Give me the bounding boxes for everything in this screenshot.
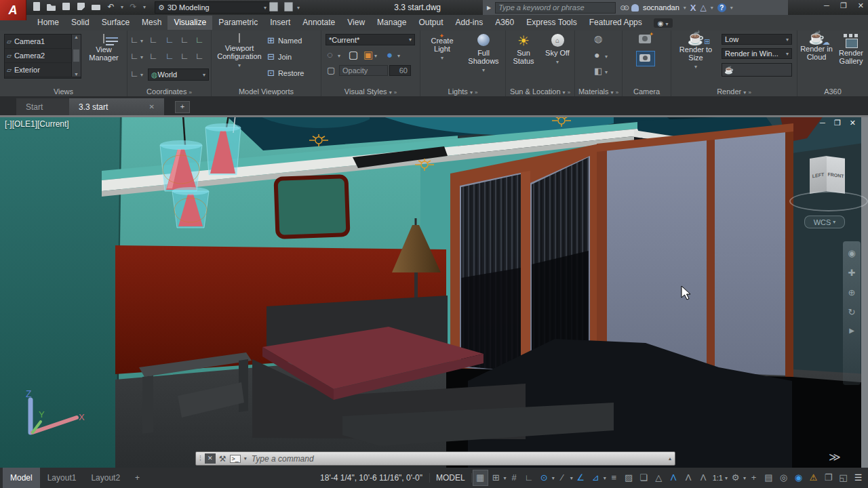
viewport-layout-icon[interactable] bbox=[269, 2, 279, 12]
tab-featured-apps[interactable]: Featured Apps bbox=[583, 16, 648, 30]
viewport-close-icon[interactable]: ✕ bbox=[850, 119, 856, 127]
opacity-value[interactable]: 60 bbox=[389, 65, 411, 76]
visual-style-dropdown[interactable]: *Current* ▾ bbox=[326, 34, 415, 45]
viewcube-front-face[interactable]: FRONT bbox=[827, 156, 845, 193]
drawing-viewport[interactable]: Z Y X [-][OLE1][Current] ─ ❐ ✕ LEFT FRON… bbox=[0, 115, 868, 468]
customization-menu-icon[interactable]: ☰ bbox=[851, 470, 865, 485]
new-file-icon[interactable] bbox=[31, 2, 41, 12]
viewcube-left-face[interactable]: LEFT bbox=[810, 156, 827, 194]
render-to-size-button[interactable]: ☕⊞ Render to Size ▾ bbox=[674, 34, 717, 71]
show-cameras-icon[interactable] bbox=[636, 51, 655, 66]
materials-expander-icon[interactable]: » bbox=[616, 89, 618, 96]
annotation-scale-value[interactable]: 1:1 bbox=[711, 474, 724, 482]
snap-mode-icon[interactable]: ⊞ bbox=[489, 470, 503, 485]
a360-icon[interactable]: △ bbox=[700, 3, 706, 12]
command-input[interactable] bbox=[250, 453, 665, 464]
sheetset-icon[interactable] bbox=[283, 2, 294, 12]
tab-addins[interactable]: Add-ins bbox=[450, 16, 490, 30]
workspace-status-caret-icon[interactable]: ▾ bbox=[743, 475, 746, 481]
ucs-world-dropdown[interactable]: ◍ World ▾ bbox=[148, 68, 209, 81]
nav-orbit-icon[interactable]: ↻ bbox=[848, 307, 856, 317]
panel-title-camera[interactable]: Camera bbox=[623, 87, 671, 96]
panel-title-a360[interactable]: A360 bbox=[797, 87, 868, 96]
panel-title-render[interactable]: Render ▾ » bbox=[671, 87, 797, 96]
panel-title-coordinates[interactable]: Coordinates » bbox=[127, 87, 211, 96]
plot-icon[interactable] bbox=[91, 2, 101, 12]
command-grip-icon[interactable]: ⁞ bbox=[199, 455, 201, 462]
save-as-icon[interactable] bbox=[76, 2, 86, 12]
edge-effects-icon[interactable]: ◌ bbox=[327, 49, 333, 60]
nav-pan-icon[interactable]: ✚ bbox=[848, 268, 856, 278]
osnap-caret-icon[interactable]: ▾ bbox=[604, 475, 606, 481]
infer-constraints-icon[interactable]: # bbox=[507, 470, 521, 485]
navigation-bar[interactable]: ◉ ✚ ⊕ ↻ ▶ bbox=[843, 241, 861, 385]
polar-caret-icon[interactable]: ▾ bbox=[552, 475, 555, 481]
file-tab-close-icon[interactable]: ✕ bbox=[149, 103, 155, 110]
lineweight-icon[interactable]: ≡ bbox=[607, 470, 621, 485]
search-input[interactable] bbox=[495, 2, 616, 14]
lights-caret-icon[interactable]: ▾ bbox=[470, 89, 473, 96]
edge-effects-caret-icon[interactable]: ▾ bbox=[338, 53, 340, 59]
tab-solid[interactable]: Solid bbox=[65, 16, 96, 30]
graphics-performance-icon[interactable]: ◉ bbox=[791, 470, 806, 485]
tab-parametric[interactable]: Parametric bbox=[212, 16, 264, 30]
ucs-x-icon[interactable]: ∟ bbox=[130, 51, 139, 61]
restore-viewports-button[interactable]: ⊡Restore bbox=[267, 68, 304, 78]
snap-caret-icon[interactable]: ▾ bbox=[504, 475, 507, 481]
ucs-show-caret-icon[interactable]: ▾ bbox=[140, 72, 143, 78]
panel-title-model-viewports[interactable]: Model Viewports bbox=[212, 87, 321, 96]
save-icon[interactable] bbox=[61, 2, 71, 12]
panel-title-views[interactable]: Views bbox=[0, 87, 127, 96]
visual-styles-expander-icon[interactable]: » bbox=[394, 89, 397, 96]
search-expander-icon[interactable]: ▶ bbox=[487, 5, 491, 11]
file-tab-start[interactable]: Start bbox=[16, 98, 73, 115]
create-light-button[interactable]: ✦ Create Light ▾ bbox=[423, 34, 461, 62]
lighting-quality-icon[interactable]: ▢ bbox=[349, 49, 358, 61]
qat-customize-caret-icon[interactable]: ▾ bbox=[297, 5, 300, 11]
ucs-caret-icon[interactable]: ▾ bbox=[140, 38, 143, 44]
tab-visualize[interactable]: Visualize bbox=[167, 16, 212, 30]
viewcube[interactable]: LEFT FRONT bbox=[804, 148, 856, 213]
view-manager-button[interactable]: View Manager bbox=[84, 35, 123, 62]
render-caret-icon[interactable]: ▾ bbox=[743, 89, 746, 96]
scroll-down-icon[interactable]: ▼ bbox=[74, 72, 79, 77]
nav-showmotion-icon[interactable]: ▶ bbox=[849, 327, 854, 334]
search-icon[interactable]: ⊙⊙ bbox=[620, 4, 627, 12]
command-tools-icon[interactable]: ⚒ bbox=[219, 454, 226, 464]
ucs-origin-icon[interactable]: ∟ bbox=[149, 51, 158, 61]
viewcube-wcs-menu[interactable]: WCS▾ bbox=[804, 216, 845, 228]
annotation-scale-icon[interactable]: Λ bbox=[696, 470, 711, 485]
render-gallery-button[interactable]: Render Gallery bbox=[835, 34, 867, 65]
redo-icon[interactable]: ↷ bbox=[128, 2, 138, 12]
command-close-icon[interactable]: ✕ bbox=[205, 453, 216, 464]
ucs-view-icon[interactable]: ∟ bbox=[195, 51, 204, 61]
views-scrollbar[interactable]: ▲ ▼ bbox=[71, 35, 81, 77]
material-caret-icon[interactable]: ▾ bbox=[605, 54, 608, 60]
material-sphere-icon[interactable]: ● bbox=[594, 49, 599, 60]
file-tab-active[interactable]: 3.3 start✕ bbox=[69, 98, 164, 115]
ucs-face-icon[interactable]: ∟ bbox=[180, 35, 189, 45]
tab-view[interactable]: View bbox=[341, 16, 371, 30]
fullscreen-icon[interactable]: ◱ bbox=[836, 470, 850, 485]
ucs-show-icon[interactable]: ∟ bbox=[130, 68, 139, 79]
undo-icon[interactable]: ↶ bbox=[106, 2, 116, 12]
render-in-cloud-button[interactable]: ☕☁ Render in Cloud bbox=[799, 34, 834, 61]
model-tab[interactable]: Model bbox=[3, 468, 40, 488]
workspace-switching-icon[interactable]: ⚙ bbox=[728, 470, 743, 485]
lights-expander-icon[interactable]: » bbox=[475, 89, 477, 96]
ucs-zaxis-icon[interactable]: ∟ bbox=[165, 51, 174, 61]
iso-caret-icon[interactable]: ▾ bbox=[570, 475, 573, 481]
render-destination-dropdown[interactable]: Render in Win...▾ bbox=[722, 48, 792, 59]
ribbon-display-icon[interactable]: ◉ ▾ bbox=[654, 18, 673, 28]
layout1-tab[interactable]: Layout1 bbox=[40, 468, 84, 488]
view-item-camera2[interactable]: ▱Camera2 bbox=[5, 49, 81, 63]
ucs-previous-icon[interactable]: ∟ bbox=[165, 35, 174, 45]
sun-status-button[interactable]: ☀ Sun Status bbox=[507, 34, 540, 65]
annotation-visibility-icon[interactable]: Λ bbox=[667, 470, 681, 485]
viewport-restore-icon[interactable]: ❐ bbox=[834, 119, 841, 127]
tab-surface[interactable]: Surface bbox=[96, 16, 136, 30]
opacity-icon[interactable]: ▢ bbox=[327, 65, 335, 75]
panel-title-lights[interactable]: Lights ▾ » bbox=[420, 87, 505, 96]
ucs-named-icon[interactable]: ∟ bbox=[149, 35, 158, 45]
view-item-camera1[interactable]: ▱Camera1 bbox=[5, 35, 81, 49]
